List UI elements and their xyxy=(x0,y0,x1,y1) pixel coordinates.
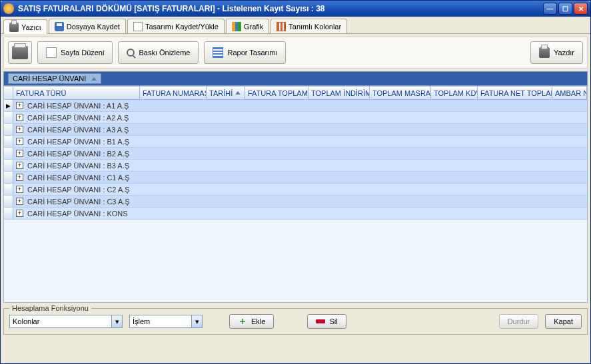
grouping-chip[interactable]: CARİ HESAP ÜNVANI xyxy=(8,73,101,84)
group-row[interactable]: +CARİ HESAP ÜNVANI : C3 A.Ş xyxy=(4,196,587,208)
column-header[interactable]: FATURA TOPLAMI xyxy=(245,87,308,99)
expand-icon[interactable]: + xyxy=(16,114,23,121)
row-indicator xyxy=(4,124,13,135)
durdur-button[interactable]: Durdur xyxy=(499,314,539,329)
group-label: CARİ HESAP ÜNVANI : C1 A.Ş xyxy=(27,174,130,182)
tab-dosyaya-kaydet[interactable]: Dosyaya Kaydet xyxy=(49,19,126,33)
column-header[interactable]: FATURA TÜRÜ xyxy=(13,87,140,99)
tab-label: Yazıcı xyxy=(21,23,41,31)
group-label: CARİ HESAP ÜNVANI : A2 A.Ş xyxy=(27,114,129,122)
expand-icon[interactable]: + xyxy=(16,198,23,205)
combo-value: Kolonlar xyxy=(10,317,111,325)
column-header[interactable]: TOPLAM MASRAF xyxy=(370,87,431,99)
combo-value: İşlem xyxy=(130,317,191,325)
column-header[interactable]: TOPLAM İNDİRİM xyxy=(308,87,370,99)
tab-yazici[interactable]: Yazıcı xyxy=(3,19,47,34)
grouping-bar: CARİ HESAP ÜNVANI xyxy=(3,71,588,86)
row-indicator-header xyxy=(4,87,13,99)
kapat-button[interactable]: Kapat xyxy=(545,314,582,329)
chevron-down-icon[interactable]: ▾ xyxy=(111,315,122,327)
expand-icon[interactable]: + xyxy=(16,126,23,133)
group-row[interactable]: ▶+CARİ HESAP ÜNVANI : A1 A.Ş xyxy=(4,100,587,112)
column-header[interactable]: AMBAR NO xyxy=(552,87,587,99)
row-indicator: ▶ xyxy=(4,100,13,111)
grid-header: FATURA TÜRÜ FATURA NUMARASI TARİHİ FATUR… xyxy=(4,87,587,100)
row-indicator xyxy=(4,196,13,207)
button-label: Ekle xyxy=(251,317,265,325)
group-row[interactable]: +CARİ HESAP ÜNVANI : C2 A.Ş xyxy=(4,184,587,196)
row-indicator xyxy=(4,172,13,183)
print-button[interactable] xyxy=(8,41,32,64)
row-indicator xyxy=(4,148,13,159)
button-label: Durdur xyxy=(508,317,530,325)
yazdir-button[interactable]: Yazdır xyxy=(530,41,583,64)
baski-onizleme-button[interactable]: Baskı Önizleme xyxy=(118,41,199,64)
group-row[interactable]: +CARİ HESAP ÜNVANI : B3 A.Ş xyxy=(4,160,587,172)
fieldset-label: Hesaplama Fonksiyonu xyxy=(9,304,91,312)
islem-combo[interactable]: İşlem ▾ xyxy=(129,315,203,328)
tab-grafik[interactable]: Grafik xyxy=(226,19,269,33)
tab-label: Tasarımı Kaydet/Yükle xyxy=(145,23,219,31)
row-indicator xyxy=(4,184,13,195)
maximize-button[interactable]: ☐ xyxy=(558,3,572,15)
printer-icon xyxy=(12,46,28,59)
tab-tanimli[interactable]: Tanımlı Kolonlar xyxy=(271,19,347,33)
group-row[interactable]: +CARİ HESAP ÜNVANI : KONS xyxy=(4,208,587,220)
sort-arrow-icon xyxy=(235,91,241,94)
kolonlar-combo[interactable]: Kolonlar ▾ xyxy=(9,315,123,328)
tab-label: Dosyaya Kaydet xyxy=(67,23,120,31)
sort-arrow-icon xyxy=(91,77,97,81)
sayfa-duzeni-button[interactable]: Sayfa Düzeni xyxy=(37,41,113,64)
printer-icon xyxy=(539,47,550,58)
expand-icon[interactable]: + xyxy=(16,150,23,157)
expand-icon[interactable]: + xyxy=(16,174,23,181)
group-label: CARİ HESAP ÜNVANI : A1 A.Ş xyxy=(27,102,129,110)
expand-icon[interactable]: + xyxy=(16,186,23,193)
expand-icon[interactable]: + xyxy=(16,162,23,169)
ekle-button[interactable]: ＋ Ekle xyxy=(229,314,274,329)
button-label: Sayfa Düzeni xyxy=(61,49,104,57)
button-label: Yazdır xyxy=(554,49,574,57)
column-header[interactable]: FATURA NUMARASI xyxy=(140,87,207,99)
group-row[interactable]: +CARİ HESAP ÜNVANI : C1 A.Ş xyxy=(4,172,587,184)
group-row[interactable]: +CARİ HESAP ÜNVANI : B2 A.Ş xyxy=(4,148,587,160)
grid-body[interactable]: ▶+CARİ HESAP ÜNVANI : A1 A.Ş+CARİ HESAP … xyxy=(4,100,587,302)
group-label: CARİ HESAP ÜNVANI : B1 A.Ş xyxy=(27,138,129,146)
titlebar: SATIŞ FATURALARI DÖKÜMÜ [SATIŞ FATURALAR… xyxy=(1,1,590,17)
tab-label: Grafik xyxy=(244,23,263,31)
column-header[interactable]: TOPLAM KDV xyxy=(431,87,478,99)
window-buttons: — ☐ ✕ xyxy=(543,3,588,15)
row-indicator xyxy=(4,112,13,123)
expand-icon[interactable]: + xyxy=(16,138,23,145)
printer-icon xyxy=(9,23,19,32)
column-header[interactable]: TARİHİ xyxy=(207,87,245,99)
group-row[interactable]: +CARİ HESAP ÜNVANI : A3 A.Ş xyxy=(4,124,587,136)
row-indicator xyxy=(4,136,13,147)
app-icon xyxy=(3,3,14,14)
chevron-down-icon[interactable]: ▾ xyxy=(191,315,202,327)
group-label: CARİ HESAP ÜNVANI : B3 A.Ş xyxy=(27,162,129,170)
button-label: Kapat xyxy=(554,317,573,325)
rapor-tasarimi-button[interactable]: Rapor Tasarımı xyxy=(204,41,286,64)
group-label: CARİ HESAP ÜNVANI : C2 A.Ş xyxy=(27,186,130,194)
chart-icon xyxy=(232,22,241,31)
group-row[interactable]: +CARİ HESAP ÜNVANI : A2 A.Ş xyxy=(4,112,587,124)
columns-icon xyxy=(277,22,286,31)
save-icon xyxy=(55,22,64,31)
sil-button[interactable]: Sil xyxy=(307,314,346,329)
expand-icon[interactable]: + xyxy=(16,102,23,109)
expand-icon[interactable]: + xyxy=(16,210,23,217)
close-button[interactable]: ✕ xyxy=(574,3,588,15)
group-label: CARİ HESAP ÜNVANI : A3 A.Ş xyxy=(27,126,129,134)
footer-panel: Hesaplama Fonksiyonu Kolonlar ▾ İşlem ▾ … xyxy=(3,308,588,335)
grouping-column-label: CARİ HESAP ÜNVANI xyxy=(13,75,86,83)
group-row[interactable]: +CARİ HESAP ÜNVANI : B1 A.Ş xyxy=(4,136,587,148)
window-title: SATIŞ FATURALARI DÖKÜMÜ [SATIŞ FATURALAR… xyxy=(18,4,543,13)
app-window: SATIŞ FATURALARI DÖKÜMÜ [SATIŞ FATURALAR… xyxy=(0,0,591,364)
document-icon xyxy=(133,22,143,31)
tab-tasarimi[interactable]: Tasarımı Kaydet/Yükle xyxy=(127,19,225,33)
magnifier-icon xyxy=(127,49,135,57)
minimize-button[interactable]: — xyxy=(543,3,557,15)
column-header[interactable]: FATURA NET TOPLAMI xyxy=(478,87,552,99)
group-label: CARİ HESAP ÜNVANI : B2 A.Ş xyxy=(27,150,129,158)
